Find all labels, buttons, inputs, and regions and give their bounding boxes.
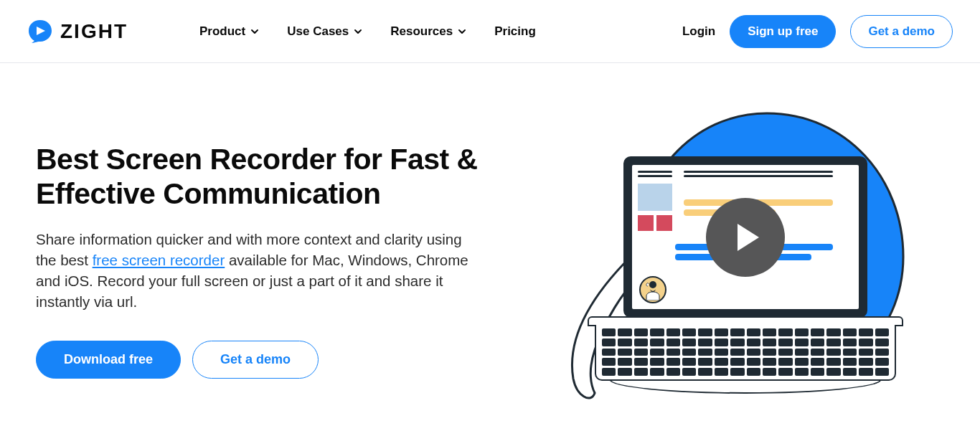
laptop-illustration xyxy=(588,156,903,402)
logo-icon xyxy=(27,19,53,44)
hero-subtitle: Share information quicker and with more … xyxy=(36,229,473,312)
hero-content: Best Screen Recorder for Fast & Effectiv… xyxy=(36,106,495,431)
laptop-screen xyxy=(623,156,867,318)
logo-text: ZIGHT xyxy=(60,20,128,43)
nav-label: Product xyxy=(199,24,245,39)
nav-item-resources[interactable]: Resources xyxy=(390,24,467,39)
header: ZIGHT Product Use Cases Resources Pricin… xyxy=(0,0,980,63)
nav-item-product[interactable]: Product xyxy=(199,24,260,39)
chevron-down-icon xyxy=(457,27,467,37)
get-demo-button-hero[interactable]: Get a demo xyxy=(192,341,319,379)
nav-label: Pricing xyxy=(494,24,536,39)
free-screen-recorder-link[interactable]: free screen recorder xyxy=(93,252,225,268)
download-free-button[interactable]: Download free xyxy=(36,341,181,379)
chevron-down-icon xyxy=(250,27,260,37)
nav-label: Resources xyxy=(390,24,453,39)
hero-illustration xyxy=(524,106,953,431)
screen-content xyxy=(632,165,859,309)
play-icon xyxy=(706,198,785,277)
keyboard-icon xyxy=(595,325,896,381)
hero-section: Best Screen Recorder for Fast & Effectiv… xyxy=(0,63,980,431)
header-actions: Login Sign up free Get a demo xyxy=(682,15,953,48)
signup-button[interactable]: Sign up free xyxy=(730,15,836,48)
nav-item-use-cases[interactable]: Use Cases xyxy=(287,24,363,39)
hero-title: Best Screen Recorder for Fast & Effectiv… xyxy=(36,142,495,212)
main-nav: Product Use Cases Resources Pricing xyxy=(199,24,536,39)
avatar-icon xyxy=(639,276,666,303)
laptop-base xyxy=(588,316,903,402)
nav-label: Use Cases xyxy=(287,24,349,39)
login-link[interactable]: Login xyxy=(682,24,715,39)
hero-cta-row: Download free Get a demo xyxy=(36,341,495,379)
illustration-wrap xyxy=(552,106,925,431)
logo[interactable]: ZIGHT xyxy=(27,19,128,44)
svg-point-0 xyxy=(649,281,656,288)
chevron-down-icon xyxy=(353,27,363,37)
nav-item-pricing[interactable]: Pricing xyxy=(494,24,536,39)
get-demo-button[interactable]: Get a demo xyxy=(850,15,953,48)
